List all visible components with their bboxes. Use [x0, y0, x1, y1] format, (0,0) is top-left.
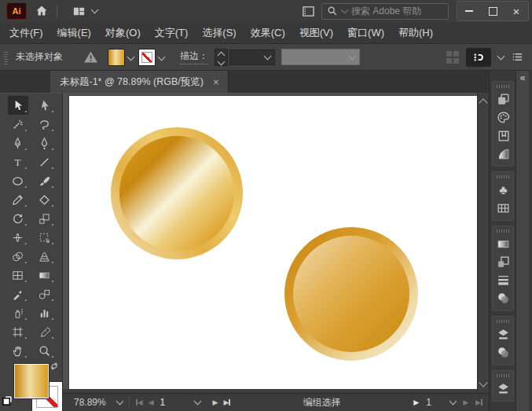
artboard-number-field[interactable]: 1 [160, 397, 181, 408]
color-panel-icon[interactable] [495, 109, 511, 125]
transparency-panel-icon[interactable] [495, 290, 511, 306]
menu-item[interactable]: 窗口(W) [347, 26, 384, 40]
stroke-weight-select[interactable] [229, 50, 275, 65]
stroke-weight-label[interactable]: 描边： [180, 50, 208, 64]
stroke-color-swatch[interactable] [138, 49, 156, 66]
selection-tool[interactable] [8, 96, 28, 115]
chevron-down-icon[interactable] [158, 53, 166, 61]
blend-tool[interactable] [35, 284, 55, 303]
gradient-panel-icon[interactable] [495, 236, 511, 251]
mesh-tool[interactable] [8, 266, 28, 284]
menu-item[interactable]: 视图(V) [299, 26, 333, 40]
brushes-panel-icon[interactable] [495, 145, 511, 161]
zoom-tool[interactable] [35, 341, 55, 360]
panel-gripper[interactable] [497, 320, 509, 323]
panel-gripper[interactable] [497, 85, 509, 88]
docs-panel-icon[interactable] [299, 2, 317, 20]
pencil-tool[interactable] [8, 190, 28, 209]
selection-number-field[interactable]: 1 [426, 397, 443, 408]
rotate-tool[interactable] [8, 209, 28, 228]
artboard-tool[interactable] [8, 322, 28, 341]
fill-color-swatch[interactable] [108, 49, 125, 66]
next-item-button[interactable]: ▶ [463, 399, 468, 406]
ellipse-tool[interactable] [8, 171, 28, 190]
menu-item[interactable]: 编辑(E) [57, 26, 91, 40]
pathfinder-panel-icon[interactable] [495, 254, 511, 270]
maximize-button[interactable] [481, 2, 504, 20]
panel-gripper[interactable] [497, 374, 509, 377]
zoom-chevron-icon[interactable] [116, 398, 123, 405]
perspective-grid-tool[interactable] [35, 247, 55, 266]
chevron-down-icon[interactable] [91, 6, 99, 14]
swatches-panel-icon[interactable] [495, 127, 511, 143]
vertical-scrollbar[interactable] [477, 93, 489, 393]
menu-item[interactable]: 文件(F) [9, 26, 43, 40]
menu-item[interactable]: 帮助(H) [398, 26, 433, 40]
search-input[interactable]: 搜索 Adobe 帮助 [321, 3, 449, 20]
last-artboard-button[interactable]: ▶ [223, 399, 230, 406]
opacity-panel-icon[interactable] [495, 344, 511, 360]
symbol-sprayer-tool[interactable] [8, 303, 28, 322]
zoom-level[interactable]: 78.89% [74, 397, 106, 408]
minimize-button[interactable] [457, 2, 481, 20]
scale-tool[interactable] [35, 209, 55, 228]
menu-item[interactable]: 效果(C) [251, 26, 285, 40]
menu-item[interactable]: 选择(S) [202, 26, 236, 40]
first-artboard-button[interactable]: ◀ [136, 399, 143, 406]
curvature-tool[interactable] [35, 134, 55, 152]
panel-gripper[interactable] [497, 229, 509, 233]
workspace-button[interactable] [466, 48, 491, 67]
lasso-tool[interactable] [35, 115, 55, 134]
scroll-down-icon[interactable] [479, 378, 487, 387]
home-icon[interactable] [33, 2, 50, 20]
eyedropper-tool[interactable] [8, 284, 28, 303]
magic-wand-tool[interactable] [8, 115, 28, 134]
gradient-tool[interactable] [35, 266, 55, 284]
panel-list-icon[interactable] [511, 50, 524, 64]
swap-fill-stroke-icon[interactable] [49, 361, 60, 374]
panel-gripper[interactable] [4, 50, 8, 64]
stroke-panel-icon[interactable] [495, 272, 511, 288]
close-button[interactable]: × [504, 2, 528, 20]
menu-item[interactable]: 文字(T) [155, 26, 189, 40]
pen-tool[interactable] [8, 134, 28, 152]
scroll-up-icon[interactable] [479, 98, 487, 107]
app-logo[interactable]: Ai [6, 2, 27, 20]
artboard-chevron-icon[interactable] [193, 398, 201, 405]
fill-swatch[interactable] [14, 364, 49, 398]
panel-gripper[interactable] [497, 175, 509, 178]
tab-close-icon[interactable]: × [213, 76, 219, 88]
artboard[interactable] [69, 96, 478, 389]
eraser-tool[interactable] [35, 190, 55, 209]
document-tab[interactable]: 未标题-1* @ 78.89% (RGB/预览) × [50, 71, 229, 93]
line-segment-tool[interactable] [35, 152, 55, 171]
libraries-panel-icon[interactable] [495, 91, 511, 107]
selection-chevron-icon[interactable] [449, 398, 457, 405]
paintbrush-tool[interactable] [35, 171, 55, 190]
layers-panel-icon[interactable] [495, 326, 511, 342]
gold-coin-face[interactable] [119, 136, 234, 251]
arrange-documents-icon[interactable] [70, 2, 87, 20]
free-transform-tool[interactable] [35, 228, 55, 247]
width-tool[interactable] [8, 228, 28, 247]
next-artboard-button[interactable]: ▶ [213, 399, 218, 406]
graph-tool[interactable] [35, 303, 55, 322]
menu-item[interactable]: 对象(O) [105, 26, 141, 40]
direct-selection-tool[interactable] [35, 96, 55, 115]
default-fill-stroke-icon[interactable] [2, 395, 13, 408]
gold-coin-face[interactable] [293, 236, 409, 352]
shape-builder-tool[interactable] [8, 247, 28, 266]
appearance-panel-icon[interactable] [495, 380, 511, 396]
last-item-button[interactable]: ▶ [475, 399, 482, 406]
stroke-weight-stepper[interactable] [215, 49, 228, 66]
chevron-down-icon[interactable] [497, 52, 505, 60]
play-selection-icon[interactable]: ▶ [413, 399, 419, 406]
chevron-down-icon[interactable] [127, 53, 135, 61]
type-tool[interactable]: T [8, 152, 28, 171]
collapse-panels-icon[interactable]: « [517, 72, 528, 83]
previous-artboard-button[interactable]: ◀ [149, 399, 154, 406]
symbols-panel-icon[interactable]: ♣ [495, 182, 511, 197]
artboards-panel-icon[interactable] [495, 200, 511, 215]
hand-tool[interactable] [8, 341, 28, 360]
slice-tool[interactable] [35, 322, 55, 341]
